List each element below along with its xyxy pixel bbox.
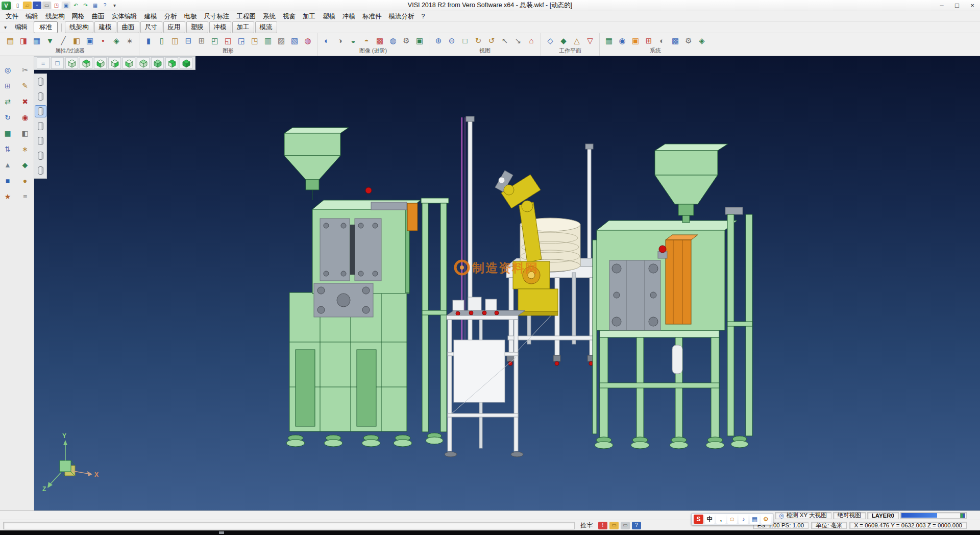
ime-mode-icon[interactable]: 中 (705, 515, 715, 524)
zoom-in-icon[interactable]: ⊕ (433, 35, 444, 47)
view-isometric-icon[interactable] (151, 57, 164, 69)
rotate-back-icon[interactable]: ↺ (486, 35, 497, 47)
arc-icon[interactable]: ◫ (169, 35, 181, 47)
view-shaded-icon[interactable] (180, 57, 192, 69)
zoom-window-icon[interactable]: □ (459, 35, 471, 47)
menu-item[interactable]: 建模 (141, 11, 161, 22)
text-icon[interactable]: ▧ (289, 35, 300, 47)
database-icon[interactable]: ⊞ (643, 35, 654, 47)
home-view-icon[interactable]: ⌂ (526, 35, 537, 47)
trim-icon[interactable]: ✂ (19, 64, 31, 76)
left-injection-machine[interactable] (284, 128, 449, 447)
menu-item[interactable]: 曲面 (88, 11, 108, 22)
view-front-icon[interactable] (94, 57, 107, 69)
cylinder-icon[interactable]: ⊞ (196, 35, 207, 47)
revolve-icon[interactable]: ▥ (262, 35, 274, 47)
plane-flip-icon[interactable]: ▽ (584, 35, 596, 47)
plane-align-icon[interactable]: △ (571, 35, 582, 47)
close-button[interactable]: × (965, 0, 980, 11)
module-toggle-button[interactable]: 尺寸 (140, 21, 162, 33)
plane-xy-icon[interactable]: ◇ (545, 35, 556, 47)
ime-emoji-icon[interactable]: ☺ (727, 515, 737, 524)
box-icon[interactable]: ◲ (236, 35, 247, 47)
wireframe-icon[interactable]: ◑ (334, 35, 346, 47)
mesh-icon[interactable]: ▦ (2, 128, 14, 139)
pan-icon[interactable]: ↖ (499, 35, 510, 47)
help-icon[interactable]: ? (101, 2, 109, 9)
menu-item[interactable]: 分析 (161, 11, 181, 22)
view-mode-field[interactable]: ◎ 检测 XY 大视图 (775, 512, 831, 519)
open-tray-icon[interactable]: ▭ (609, 522, 619, 529)
maximize-button[interactable]: □ (949, 0, 965, 11)
menu-item[interactable]: 标准件 (359, 11, 385, 22)
wire-filter-icon[interactable]: ╱ (58, 35, 69, 47)
shade-icon[interactable]: ◐ (321, 35, 332, 47)
menu-item[interactable]: 塑模 (319, 11, 339, 22)
module-toggle-button[interactable]: 塑膜 (186, 21, 208, 33)
module-toggle-button[interactable]: 曲面 (117, 21, 139, 33)
zoom-box-icon[interactable]: ⊞ (2, 80, 14, 91)
view-plane-icon[interactable]: □ (51, 57, 64, 69)
circle-icon[interactable]: ▯ (156, 35, 167, 47)
diamond-tool-icon[interactable]: ◆ (19, 159, 31, 171)
lock-toggle[interactable]: 拴牢 (577, 521, 596, 530)
view-back-icon[interactable] (137, 57, 150, 69)
print-icon[interactable]: ▭ (42, 2, 51, 9)
target-icon[interactable]: ◉ (19, 112, 31, 123)
rotate-view-icon[interactable]: ↻ (473, 35, 484, 47)
type-filter-icon[interactable]: ▼ (44, 35, 56, 47)
plot-icon[interactable]: ◳ (52, 2, 61, 9)
spark-icon[interactable]: ∗ (19, 143, 31, 155)
triangle-tool-icon[interactable]: ▲ (2, 159, 14, 171)
view-isometric-alt-icon[interactable] (165, 57, 178, 69)
view-frame-icon[interactable] (65, 57, 78, 69)
menu-item[interactable]: 尺寸标注 (201, 11, 233, 22)
help-status-icon[interactable]: ? (632, 522, 641, 529)
layer-filter-icon[interactable]: ▦ (31, 35, 42, 47)
fit-view-icon[interactable]: ↘ (512, 35, 524, 47)
hidden-line-icon[interactable]: ◒ (348, 35, 359, 47)
toolbar-tab[interactable]: 标准 (34, 21, 58, 33)
model-filter-6-icon[interactable] (35, 150, 46, 161)
menu-item[interactable]: 电极 (181, 11, 201, 22)
half-view-icon[interactable]: ◧ (19, 128, 31, 139)
modules-icon[interactable]: ◈ (696, 35, 707, 47)
toolbar-tab[interactable]: 编辑 (9, 21, 33, 33)
ime-punct-icon[interactable]: , (716, 515, 726, 524)
ime-toolbox-icon[interactable]: ⚙ (761, 515, 771, 524)
module-toggle-button[interactable]: 冲模 (209, 21, 231, 33)
menu-item[interactable]: 模流分析 (385, 11, 418, 22)
menu-item[interactable]: 文件 (2, 11, 22, 22)
surface-filter-icon[interactable]: ◧ (71, 35, 82, 47)
center-assembly-station[interactable] (445, 116, 605, 457)
save-icon[interactable]: ▫ (33, 2, 41, 9)
section-icon[interactable]: ◍ (387, 35, 399, 47)
current-color-chip[interactable] (960, 513, 965, 518)
printer-status-icon[interactable]: ▭ (621, 522, 630, 529)
absolute-view-field[interactable]: 绝对视图 (833, 512, 866, 519)
half-tone-icon[interactable]: ◐ (656, 35, 668, 47)
list-icon[interactable]: ≡ (19, 191, 31, 202)
model-filter-7-icon[interactable] (35, 165, 46, 176)
menu-item[interactable]: 加工 (299, 11, 319, 22)
dimension-icon[interactable]: ◍ (302, 35, 313, 47)
module-toggle-button[interactable]: 模流 (255, 21, 277, 33)
reorder-icon[interactable]: ⇅ (2, 143, 14, 155)
snap-icon[interactable]: ◉ (617, 35, 628, 47)
extrude-icon[interactable]: ◳ (249, 35, 260, 47)
menu-item[interactable]: 网格 (68, 11, 88, 22)
sweep-icon[interactable]: ▨ (276, 35, 287, 47)
model-filter-1-icon[interactable] (35, 76, 46, 87)
color-filter-icon[interactable]: ◨ (18, 35, 29, 47)
delete-icon[interactable]: ✖ (19, 96, 31, 107)
view-menu-icon[interactable]: ≡ (37, 57, 50, 69)
line-icon[interactable]: ▮ (143, 35, 154, 47)
module-toggle-button[interactable]: 建模 (94, 21, 116, 33)
menu-item[interactable]: ? (418, 12, 429, 21)
model-filter-2-icon[interactable] (35, 91, 46, 102)
menu-item[interactable]: 线架构 (42, 11, 68, 22)
layer-field[interactable]: LAYER0 (867, 512, 899, 519)
rect-icon[interactable]: ⊟ (183, 35, 194, 47)
texture-icon[interactable]: ▩ (374, 35, 385, 47)
quickbar-dropdown-icon[interactable]: ▾ (110, 2, 119, 9)
